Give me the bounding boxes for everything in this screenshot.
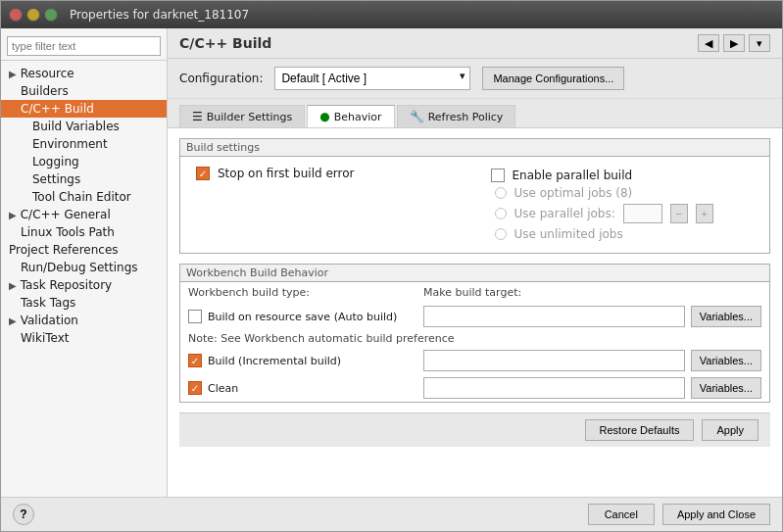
tab-builder-settings[interactable]: ☰ Builder Settings <box>179 105 305 127</box>
incremental-build-variables-button[interactable]: Variables... <box>691 350 761 371</box>
right-panel: C/C++ Build ◀ ▶ ▾ Configuration: Default… <box>168 28 782 497</box>
use-optimal-radio[interactable] <box>495 187 507 199</box>
sidebar-item-label-run-debug-settings: Run/Debug Settings <box>21 261 138 274</box>
filter-input[interactable] <box>7 36 161 56</box>
auto-build-row: Build on resource save (Auto build) all … <box>180 303 769 330</box>
parallel-jobs-input[interactable]: 8 <box>623 204 662 223</box>
note-row: Note: See Workbench automatic build pref… <box>180 330 769 347</box>
nav-arrows: ◀ ▶ ▾ <box>698 34 770 52</box>
sidebar-item-label-wikitext: WikiText <box>21 331 70 345</box>
nav-forward[interactable]: ▶ <box>723 34 745 52</box>
refresh-policy-icon: 🔧 <box>410 110 424 123</box>
content-area: ▶ResourceBuildersC/C++ BuildBuild Variab… <box>1 28 782 497</box>
use-optimal-label: Use optimal jobs (8) <box>514 186 633 200</box>
sidebar-item-task-repository[interactable]: ▶Task Repository <box>1 276 167 294</box>
sidebar-item-wikitext[interactable]: WikiText <box>1 329 167 347</box>
clean-checkbox[interactable] <box>188 381 202 395</box>
config-select-wrap: Default [ Active ] <box>274 67 470 90</box>
config-row: Configuration: Default [ Active ] Manage… <box>168 59 782 99</box>
sidebar-item-environment[interactable]: Environment <box>1 135 167 153</box>
use-optimal-row: Use optimal jobs (8) <box>491 184 755 202</box>
tab-behavior[interactable]: ● Behavior <box>307 105 394 127</box>
tree-arrow-resource: ▶ <box>9 69 17 79</box>
sidebar-item-label-validation: Validation <box>21 314 78 327</box>
apply-and-close-button[interactable]: Apply and Close <box>662 504 770 525</box>
clean-label: Clean <box>188 381 423 395</box>
tab-behavior-label: Behavior <box>334 111 382 123</box>
nav-back[interactable]: ◀ <box>698 34 719 52</box>
tab-refresh-policy[interactable]: 🔧 Refresh Policy <box>397 105 516 127</box>
sidebar-item-label-builders: Builders <box>21 84 69 98</box>
sidebar-item-validation[interactable]: ▶Validation <box>1 312 167 329</box>
use-parallel-radio[interactable] <box>495 208 507 219</box>
sidebar-item-logging[interactable]: Logging <box>1 153 167 170</box>
sidebar-item-c-cpp-general[interactable]: ▶C/C++ General <box>1 206 167 223</box>
tab-builder-settings-label: Builder Settings <box>207 111 293 123</box>
stop-on-error-row: Stop on first build error <box>188 163 467 184</box>
type-col-header: Workbench build type: <box>188 286 423 299</box>
incremental-build-label: Build (Incremental build) <box>188 354 423 367</box>
auto-build-variables-button[interactable]: Variables... <box>691 306 761 327</box>
clean-text: Clean <box>208 382 238 395</box>
use-parallel-row: Use parallel jobs: 8 − + <box>491 202 755 225</box>
tree-arrow-c-cpp-general: ▶ <box>9 210 17 220</box>
clean-target[interactable]: clean <box>423 377 685 399</box>
build-settings-title: Build settings <box>180 139 769 157</box>
filter-box <box>1 32 167 61</box>
sidebar-item-linux-tools-path[interactable]: Linux Tools Path <box>1 223 167 241</box>
sidebar-item-label-tool-chain-editor: Tool Chain Editor <box>32 190 131 204</box>
auto-build-target[interactable]: all <box>423 306 685 327</box>
config-select[interactable]: Default [ Active ] <box>274 67 470 90</box>
parallel-jobs-increment[interactable]: + <box>696 204 713 223</box>
incremental-build-text: Build (Incremental build) <box>208 355 341 367</box>
sidebar-item-label-task-repository: Task Repository <box>21 278 113 292</box>
use-unlimited-radio[interactable] <box>495 228 507 240</box>
close-button[interactable] <box>9 8 23 22</box>
sidebar-item-label-c-cpp-build: C/C++ Build <box>21 102 94 116</box>
sidebar-item-label-resource: Resource <box>21 67 74 80</box>
minimize-button[interactable] <box>26 8 40 22</box>
footer-buttons: Cancel Apply and Close <box>588 504 770 525</box>
tree-arrow-task-repository: ▶ <box>9 280 17 291</box>
incremental-build-row: Build (Incremental build) all Variables.… <box>180 347 769 374</box>
sidebar-item-label-logging: Logging <box>32 155 79 169</box>
sidebar-item-builders[interactable]: Builders <box>1 82 167 100</box>
sidebar-item-task-tags[interactable]: Task Tags <box>1 294 167 312</box>
sidebar-item-project-references[interactable]: Project References <box>1 241 167 259</box>
incremental-build-target[interactable]: all <box>423 350 685 371</box>
panel-header: C/C++ Build ◀ ▶ ▾ <box>168 28 782 59</box>
parallel-jobs-decrement[interactable]: − <box>670 204 688 223</box>
help-button[interactable]: ? <box>13 504 34 525</box>
panel-title: C/C++ Build <box>179 35 271 51</box>
sidebar-item-label-c-cpp-general: C/C++ General <box>21 208 111 221</box>
nav-dropdown[interactable]: ▾ <box>749 34 770 52</box>
behavior-icon: ● <box>319 110 329 123</box>
maximize-button[interactable] <box>44 8 58 22</box>
stop-on-error-checkbox[interactable] <box>196 167 210 180</box>
sidebar-item-c-cpp-build[interactable]: C/C++ Build <box>1 100 167 118</box>
clean-variables-button[interactable]: Variables... <box>691 377 761 399</box>
sidebar-item-label-linux-tools-path: Linux Tools Path <box>21 225 115 239</box>
sidebar-item-tool-chain-editor[interactable]: Tool Chain Editor <box>1 188 167 206</box>
use-parallel-label: Use parallel jobs: <box>514 207 615 220</box>
apply-button[interactable]: Apply <box>702 419 759 441</box>
note-text: Note: See Workbench automatic build pref… <box>188 332 455 345</box>
sidebar-item-build-variables[interactable]: Build Variables <box>1 118 167 135</box>
title-bar: Properties for darknet_181107 <box>1 1 782 28</box>
enable-parallel-checkbox[interactable] <box>491 169 505 182</box>
cancel-button[interactable]: Cancel <box>588 504 655 525</box>
incremental-build-checkbox[interactable] <box>188 354 202 367</box>
config-label: Configuration: <box>179 72 263 85</box>
auto-build-checkbox[interactable] <box>188 310 202 323</box>
enable-parallel-label: Enable parallel build <box>513 169 633 182</box>
sidebar-item-resource[interactable]: ▶Resource <box>1 65 167 82</box>
window-controls <box>9 8 58 22</box>
restore-defaults-button[interactable]: Restore Defaults <box>585 419 695 441</box>
builder-settings-icon: ☰ <box>192 110 203 123</box>
parallel-section: Enable parallel build Use optimal jobs (… <box>483 163 762 247</box>
manage-configurations-button[interactable]: Manage Configurations... <box>482 67 624 90</box>
sidebar-item-settings[interactable]: Settings <box>1 170 167 188</box>
clean-row: Clean clean Variables... <box>180 374 769 402</box>
tabs-row: ☰ Builder Settings ● Behavior 🔧 Refresh … <box>168 99 782 128</box>
sidebar-item-run-debug-settings[interactable]: Run/Debug Settings <box>1 259 167 276</box>
